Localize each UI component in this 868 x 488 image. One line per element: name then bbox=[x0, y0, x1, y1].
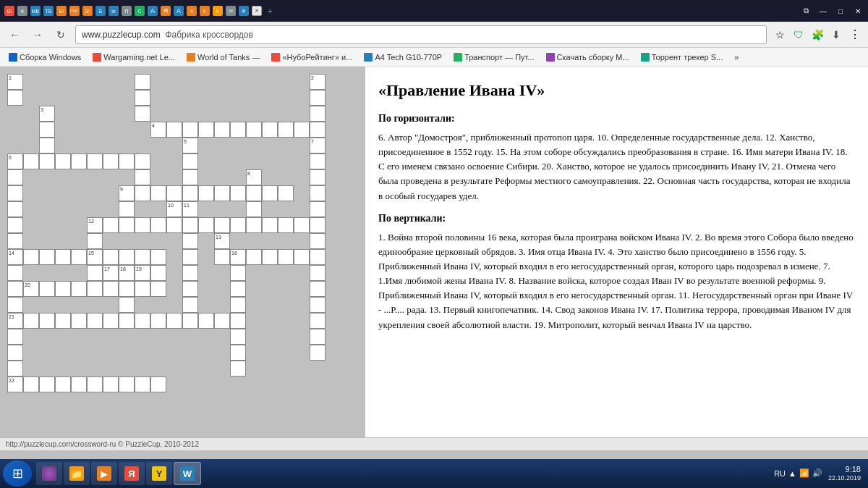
taskbar-btn-word[interactable]: W bbox=[174, 462, 201, 485]
cell-r15c9 bbox=[150, 313, 166, 329]
tray-volume-icon[interactable]: 🔊 bbox=[812, 468, 822, 478]
taskbar-btn-media[interactable]: ▶ bbox=[91, 462, 117, 485]
cell-r5c6 bbox=[103, 153, 119, 169]
cell-r8c7 bbox=[119, 201, 135, 217]
bookmark-torrent[interactable]: Торрент трекер S... bbox=[637, 51, 728, 63]
tile-window-icon[interactable]: ⧉ bbox=[800, 6, 812, 16]
cell-r8c0 bbox=[7, 201, 23, 217]
cell-r3c10 bbox=[166, 122, 182, 138]
taskbar-icon-purple bbox=[42, 466, 56, 481]
bookmark-windows[interactable]: Сборка Windows bbox=[4, 51, 85, 63]
cell-r5c11 bbox=[182, 153, 198, 169]
cell-r9c6 bbox=[103, 217, 119, 233]
taskbar-btn-folder[interactable]: 📁 bbox=[64, 462, 90, 485]
taskbar-btn-purple[interactable] bbox=[36, 462, 62, 485]
bookmarks-bar: Сборка Windows Wargaming.net Le... World… bbox=[0, 48, 868, 67]
cell-r14c19 bbox=[310, 297, 326, 313]
cell-r3c13 bbox=[214, 122, 230, 138]
taskbar: ⊞ 📁 ▶ Я Y W RU ▲ 📶 🔊 9:18 22.10.2019 bbox=[0, 459, 868, 488]
active-tab[interactable]: ✕ bbox=[252, 6, 262, 16]
forward-btn[interactable]: → bbox=[29, 26, 46, 43]
cell-r17c0 bbox=[7, 345, 23, 361]
close-btn[interactable]: ✕ bbox=[852, 6, 864, 16]
cell-r9c11 bbox=[182, 217, 198, 233]
bookmark-sborka[interactable]: Скачать сборку М... bbox=[542, 51, 634, 63]
cell-r13c4 bbox=[71, 281, 87, 297]
cell-r15c10 bbox=[166, 313, 182, 329]
cell-r12c19 bbox=[310, 265, 326, 281]
menu-icon[interactable]: ⋮ bbox=[848, 28, 862, 42]
cell-r7c12 bbox=[198, 185, 214, 201]
cell-13-1: 13 bbox=[214, 233, 230, 249]
bookmark-more[interactable]: » bbox=[730, 51, 743, 63]
bookmark-transport[interactable]: Транспорт — Пут... bbox=[449, 51, 538, 63]
bookmark-wot[interactable]: World of Tanks — bbox=[182, 51, 264, 63]
cell-r17c19 bbox=[310, 345, 326, 361]
bookmark-a4tech[interactable]: A4 Tech G10-770P bbox=[359, 51, 446, 63]
minimize-btn[interactable]: — bbox=[817, 6, 829, 16]
tray-expand-icon[interactable]: ▲ bbox=[788, 469, 796, 478]
maximize-btn[interactable]: □ bbox=[835, 6, 846, 16]
crossword-area: 1 2 3 4 bbox=[0, 67, 365, 437]
taskbar-btn-y[interactable]: Y bbox=[146, 462, 172, 485]
cell-r19c3 bbox=[55, 376, 71, 392]
tab-favicon-in: in bbox=[109, 6, 119, 16]
cell-r12c11 bbox=[182, 265, 198, 281]
cell-r7c15 bbox=[246, 185, 262, 201]
cell-r17c14 bbox=[230, 345, 246, 361]
bookmark-nuborating[interactable]: «НубоРейтинг» и... bbox=[267, 51, 357, 63]
cell-r10c0 bbox=[7, 233, 23, 249]
cell-r7c10 bbox=[166, 185, 182, 201]
clock[interactable]: 9:18 22.10.2019 bbox=[828, 464, 861, 483]
cell-r13c0 bbox=[7, 281, 23, 297]
cell-11-1: 11 bbox=[182, 201, 198, 217]
cell-r15c4 bbox=[71, 313, 87, 329]
cell-r9c0 bbox=[7, 217, 23, 233]
cell-r13c11 bbox=[182, 281, 198, 297]
cell-17-1: 17 bbox=[103, 265, 119, 281]
cell-r15c8 bbox=[135, 313, 150, 329]
cell-r15c7 bbox=[119, 313, 135, 329]
tab-favicon-mb: MB bbox=[30, 6, 41, 16]
bookmark-wargaming[interactable]: Wargaming.net Le... bbox=[88, 51, 179, 63]
cell-r10c5 bbox=[87, 233, 103, 249]
browser-content: 1 2 3 4 bbox=[0, 67, 868, 437]
address-bar: ← → ↻ www.puzzlecup.com Фабрика кроссвор… bbox=[0, 22, 868, 48]
cell-r16c19 bbox=[310, 329, 326, 345]
cell-r11c17 bbox=[278, 249, 294, 265]
cell-r5c1 bbox=[23, 153, 39, 169]
taskbar-btn-yandex[interactable]: Я bbox=[119, 462, 145, 485]
cell-r3c14 bbox=[230, 122, 246, 138]
cell-9-1: 9 bbox=[119, 185, 135, 201]
cell-r7c17 bbox=[278, 185, 294, 201]
cell-r2c8 bbox=[135, 106, 150, 122]
cell-r9c19 bbox=[310, 217, 326, 233]
tab-favicon-a: А bbox=[148, 6, 158, 16]
cell-r11c4 bbox=[71, 249, 87, 265]
tab-favicon-a2: А bbox=[174, 6, 184, 16]
tab-favicon-3k: 3К bbox=[226, 6, 236, 16]
start-button[interactable]: ⊞ bbox=[3, 460, 32, 487]
reload-btn[interactable]: ↻ bbox=[52, 26, 69, 43]
cell-r5c19 bbox=[310, 153, 326, 169]
cell-r16c14 bbox=[230, 329, 246, 345]
bookmark-icon-transport bbox=[454, 53, 462, 62]
tab-favicon-6: 6 bbox=[17, 6, 27, 16]
cell-r16c0 bbox=[7, 329, 23, 345]
new-tab-btn[interactable]: + bbox=[268, 7, 272, 15]
url-input[interactable]: www.puzzlecup.com Фабрика кроссвордов bbox=[75, 25, 767, 44]
tab-favicon-6c: 6 bbox=[200, 6, 210, 16]
cell-r12c9 bbox=[150, 265, 166, 281]
cell-19-1: 19 bbox=[135, 265, 150, 281]
cell-r14c14 bbox=[230, 297, 246, 313]
cell-r3c19 bbox=[310, 122, 326, 138]
cell-r14c7 bbox=[119, 297, 135, 313]
cell-12-1: 12 bbox=[87, 217, 103, 233]
download-icon[interactable]: ⬇ bbox=[829, 28, 843, 42]
cell-r9c13 bbox=[214, 217, 230, 233]
cell-r7c8 bbox=[135, 185, 150, 201]
bookmark-icon[interactable]: ☆ bbox=[773, 28, 787, 42]
back-btn[interactable]: ← bbox=[6, 26, 23, 43]
tray-lang: RU bbox=[774, 469, 786, 478]
extension-icon[interactable]: 🧩 bbox=[810, 28, 825, 42]
